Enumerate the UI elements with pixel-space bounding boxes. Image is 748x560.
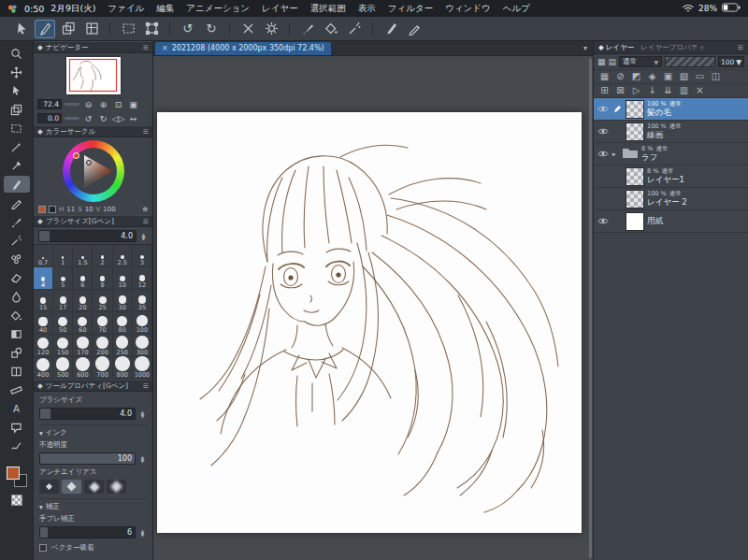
layer-thumbnail[interactable]	[626, 190, 644, 208]
antialias-strong-button[interactable]	[107, 480, 126, 494]
tp-brush-size-stepper[interactable]: ▲▼	[138, 410, 147, 418]
brush-size-1000[interactable]: 1000	[133, 357, 152, 380]
collapse-icon[interactable]: ▾	[39, 503, 43, 511]
eye-icon[interactable]	[597, 105, 610, 113]
balloon-tool-icon[interactable]	[4, 419, 30, 436]
line-correction-tool-icon[interactable]	[4, 438, 30, 454]
menu-item-5[interactable]: 表示	[358, 3, 376, 15]
menu-item-6[interactable]: フィルター	[388, 3, 433, 15]
brush-size-170[interactable]: 170	[73, 335, 93, 357]
brush-size-15[interactable]: 15	[34, 290, 53, 312]
layer-row-layer1[interactable]: 8 %通常レイヤー1	[594, 165, 748, 188]
sv-triangle[interactable]	[63, 140, 124, 202]
lock-transparent-pixel-icon[interactable]: ◩	[628, 72, 644, 81]
brush-size-700[interactable]: 700	[93, 357, 112, 380]
delete-layer-icon[interactable]: ×	[692, 86, 708, 95]
panel-menu-icon[interactable]: ☰	[143, 382, 149, 390]
gradient-tool-icon[interactable]	[4, 325, 30, 342]
menu-item-2[interactable]: アニメーション	[186, 3, 250, 15]
brush-size-35[interactable]: 35	[133, 290, 152, 312]
panel-menu-icon[interactable]: ☰	[143, 128, 149, 136]
gear-icon[interactable]	[261, 20, 281, 38]
panel-menu-icon[interactable]: ☰	[143, 218, 149, 225]
layer-row-paper[interactable]: 用紙	[594, 210, 748, 233]
brush-size-100[interactable]: 100	[133, 312, 152, 335]
zoom-slider[interactable]	[65, 103, 79, 106]
rotation-slider[interactable]	[65, 117, 79, 120]
palette-list-icon[interactable]: ▤	[609, 58, 617, 66]
brush-size-150[interactable]: 150	[53, 335, 73, 357]
brush-size-60[interactable]: 60	[73, 312, 93, 335]
brush-size-70[interactable]: 70	[93, 312, 112, 335]
vector-snap-checkbox[interactable]	[39, 544, 47, 552]
brush-size-400[interactable]: 400	[34, 357, 53, 380]
enable-mask-icon[interactable]: ▧	[676, 72, 692, 81]
eye-icon[interactable]	[597, 150, 610, 158]
clip-at-layer-below-icon[interactable]: ▦	[597, 72, 612, 81]
brush-size-500[interactable]: 500	[53, 357, 73, 380]
layer-move-tool-icon[interactable]	[4, 101, 30, 118]
brush-size-1.5[interactable]: 1.5	[73, 245, 93, 267]
transparent-color-swatch[interactable]	[11, 495, 22, 506]
menu-item-7[interactable]: ウィンドウ	[445, 3, 491, 15]
document-tab[interactable]: × 2021208 (4000 x 2000px 350dpi 72.4%)	[155, 42, 331, 55]
eraser-tool-icon[interactable]	[4, 269, 30, 286]
airbrush-icon[interactable]	[344, 20, 365, 38]
material-icon[interactable]	[81, 20, 102, 38]
brush-size-50[interactable]: 50	[53, 312, 73, 335]
canvas-vertical-scrollbar[interactable]	[589, 58, 592, 558]
brush-size-30[interactable]: 30	[113, 290, 133, 312]
show-all-icon[interactable]: ▥	[676, 86, 692, 95]
rotation-value[interactable]: 0.0	[37, 113, 62, 123]
current-color-swatch[interactable]	[38, 206, 46, 213]
operation-tool-icon[interactable]	[11, 20, 32, 38]
pen-tool-icon[interactable]	[35, 20, 55, 38]
add-color-icon[interactable]: ⊕	[142, 206, 148, 213]
antialias-none-button[interactable]	[39, 480, 59, 494]
zoom-in-icon[interactable]: ⊕	[97, 99, 109, 110]
layer-row-rough-folder[interactable]: ▸ 8 %通常ラフ	[594, 143, 748, 165]
fit-screen-icon[interactable]: ⊡	[112, 99, 124, 110]
dip-pen-icon[interactable]	[381, 20, 401, 38]
layer-color-icon[interactable]: ◫	[708, 72, 724, 81]
airbrush-tool-icon[interactable]	[4, 232, 30, 249]
new-folder-icon[interactable]: ▷	[628, 86, 644, 95]
brush-size-8[interactable]: 8	[93, 267, 112, 290]
blend-mode-dropdown[interactable]: 通常▼	[619, 56, 662, 67]
brush-size-5[interactable]: 5	[53, 267, 73, 290]
rotate-left-icon[interactable]: ↺	[82, 113, 94, 124]
fill-tool-icon[interactable]	[4, 307, 30, 323]
brush-size-120[interactable]: 120	[34, 335, 53, 357]
antialias-weak-button[interactable]	[62, 480, 81, 494]
brush-size-25[interactable]: 25	[93, 290, 112, 312]
sub-color-swatch-small[interactable]	[49, 206, 56, 213]
brush-size-10[interactable]: 10	[113, 267, 133, 290]
panel-menu-icon[interactable]: ☰	[143, 44, 149, 51]
pencil-icon[interactable]	[404, 20, 424, 38]
tp-brush-size-slider[interactable]: 4.0	[39, 408, 136, 420]
layer-thumbnail[interactable]	[626, 167, 644, 186]
hue-indicator[interactable]	[73, 152, 79, 159]
frame-border-tool-icon[interactable]	[4, 363, 30, 380]
brush-size-2.5[interactable]: 2.5	[113, 245, 133, 267]
eyedropper-tool-icon[interactable]	[4, 157, 30, 174]
brush-size-stepper[interactable]: ▲▼	[139, 233, 148, 240]
brush-size-slider[interactable]: 4.0	[38, 230, 137, 242]
brush-size-4[interactable]: 4	[34, 267, 53, 290]
merge-with-below-icon[interactable]: ⇊	[660, 86, 676, 95]
ruler-tool-icon[interactable]	[4, 381, 30, 398]
zoom-tool-icon[interactable]	[4, 45, 30, 62]
pen-tool-icon[interactable]	[4, 176, 30, 193]
selection-tool-icon[interactable]	[4, 120, 30, 136]
antialias-medium-button[interactable]	[84, 480, 104, 494]
brush-size-12[interactable]: 12	[133, 267, 152, 290]
move-tool-icon[interactable]	[4, 64, 30, 80]
brush-size-80[interactable]: 80	[113, 312, 133, 335]
layer-row-layer2[interactable]: 100 %通常レイヤー 2	[594, 188, 748, 210]
blend-tool-icon[interactable]	[4, 288, 30, 305]
eye-icon[interactable]	[597, 127, 610, 136]
operation-tool-icon[interactable]	[4, 82, 30, 99]
brush-size-3[interactable]: 3	[133, 245, 152, 267]
opacity-slider[interactable]: 100	[39, 452, 136, 465]
navigator-preview[interactable]	[66, 57, 121, 94]
